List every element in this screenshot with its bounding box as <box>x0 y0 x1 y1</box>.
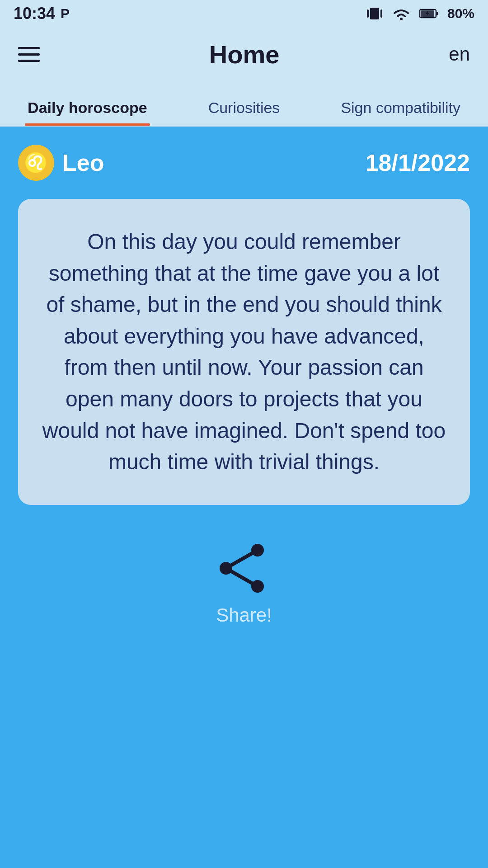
horoscope-card: On this day you could remember something… <box>18 199 470 505</box>
share-label: Share! <box>216 604 272 626</box>
tab-curiosities[interactable]: Curiosities <box>166 99 323 126</box>
hamburger-menu-button[interactable] <box>18 47 40 62</box>
status-left: 10:34 P <box>14 4 70 23</box>
leo-symbol: ♌ <box>24 151 49 175</box>
tab-daily-horoscope[interactable]: Daily horoscope <box>9 99 166 126</box>
status-right: 80% <box>366 5 474 22</box>
leo-zodiac-icon: ♌ <box>18 145 54 181</box>
top-nav-bar: Home en <box>0 27 488 81</box>
status-bar: 10:34 P 80% <box>0 0 488 27</box>
svg-rect-1 <box>367 9 369 18</box>
svg-rect-5 <box>436 12 438 15</box>
share-section[interactable]: Share! <box>18 532 470 626</box>
page-title: Home <box>209 40 280 69</box>
horoscope-text: On this day you could remember something… <box>41 226 447 478</box>
tab-sign-compatibility[interactable]: Sign compatibility <box>322 99 479 126</box>
svg-line-11 <box>226 568 258 586</box>
svg-line-10 <box>226 550 258 568</box>
battery-icon <box>419 8 439 19</box>
battery-percent: 80% <box>447 6 474 21</box>
svg-rect-2 <box>380 9 382 18</box>
svg-point-3 <box>400 18 403 20</box>
share-icon[interactable] <box>217 541 271 595</box>
sign-date-row: ♌ Leo 18/1/2022 <box>18 145 470 181</box>
svg-rect-6 <box>421 10 434 17</box>
sign-name: Leo <box>62 149 104 176</box>
svg-rect-0 <box>370 8 379 19</box>
sign-container: ♌ Leo <box>18 145 104 181</box>
language-selector[interactable]: en <box>449 43 470 65</box>
status-time: 10:34 <box>14 4 55 23</box>
parking-icon: P <box>61 6 70 21</box>
main-content: ♌ Leo 18/1/2022 On this day you could re… <box>0 127 488 644</box>
wifi-icon <box>391 5 411 22</box>
horoscope-date: 18/1/2022 <box>366 149 470 176</box>
tab-bar: Daily horoscope Curiosities Sign compati… <box>0 81 488 127</box>
vibrate-icon <box>366 5 383 22</box>
